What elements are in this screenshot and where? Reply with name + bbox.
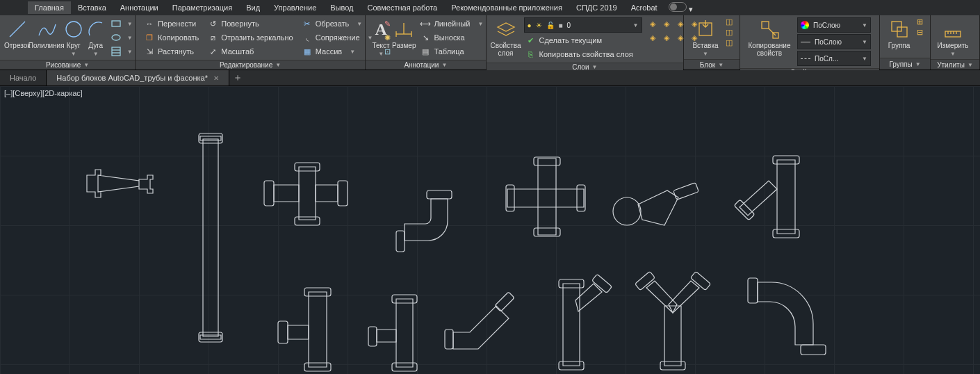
tab-manage[interactable]: Управление xyxy=(267,1,323,14)
layer-ic5[interactable]: ◈ xyxy=(646,31,659,44)
svg-rect-25 xyxy=(199,332,222,342)
ribbon: Отрезок Полилиния Круг▼ Дуга▼ xyxy=(0,15,980,70)
print-icon: ■ xyxy=(559,22,563,29)
hatch-dd[interactable]: ▼ xyxy=(124,45,136,58)
tab-insert[interactable]: Вставка xyxy=(71,1,113,14)
shape-y-branch xyxy=(535,279,605,371)
rect-dd[interactable]: ▼ xyxy=(124,17,136,30)
move-button[interactable]: ↔Перенести xyxy=(142,17,200,30)
stretch-button[interactable]: ⇲Растянуть xyxy=(142,45,200,58)
leader-icon: ↘ xyxy=(420,32,431,43)
svg-point-42 xyxy=(613,197,641,225)
arc-button[interactable]: Дуга▼ xyxy=(85,17,107,58)
panel-annotation-title[interactable]: Аннотации ▼ xyxy=(366,60,485,70)
measure-button[interactable]: Измерить▼ xyxy=(935,17,971,58)
doc-tab-start[interactable]: Начало xyxy=(0,70,47,86)
ellipse-dd[interactable]: ▼ xyxy=(124,31,136,44)
panel-groups-title[interactable]: Группы ▼ xyxy=(880,58,930,70)
panel-utils-title[interactable]: Утилиты ▼ xyxy=(931,59,979,70)
panel-block-title[interactable]: Блок ▼ xyxy=(684,59,740,70)
close-icon[interactable]: ✕ xyxy=(213,74,219,82)
rect-icon[interactable] xyxy=(110,17,122,30)
tab-collab[interactable]: Совместная работа xyxy=(361,1,445,14)
tab-parametric[interactable]: Параметризация xyxy=(165,1,239,14)
tab-spds[interactable]: СПДС 2019 xyxy=(569,1,624,14)
lock-icon: 🔓 xyxy=(546,22,555,29)
tab-view[interactable]: Вид xyxy=(239,1,267,14)
linetype-combo[interactable]: ПоСл...▼ xyxy=(797,51,871,66)
svg-rect-15 xyxy=(892,22,901,31)
panel-draw-title[interactable]: Рисование ▼ xyxy=(0,60,135,70)
array-button[interactable]: ▦Массив ▼ xyxy=(300,45,375,58)
svg-rect-34 xyxy=(427,190,452,199)
fillet-button[interactable]: ◟Сопряжение ▼ xyxy=(300,31,375,44)
svg-rect-69 xyxy=(801,345,826,355)
layer-ic1[interactable]: ◈ xyxy=(646,17,659,30)
ruler-icon xyxy=(942,18,964,40)
viewport-label[interactable]: [–][Сверху][2D-каркас] xyxy=(4,89,83,97)
doc-tab-active[interactable]: Набор блоков AutoCAD_трубы и фасонка*✕ xyxy=(47,70,229,86)
panel-utils: Измерить▼ Утилиты ▼ xyxy=(931,15,980,70)
tab-featured[interactable]: Рекомендованные приложения xyxy=(444,1,569,14)
layer-ic6[interactable]: ◈ xyxy=(660,31,673,44)
svg-rect-32 xyxy=(338,181,348,206)
svg-rect-68 xyxy=(748,278,758,303)
layer-ic2[interactable]: ◈ xyxy=(660,17,673,30)
insert-icon xyxy=(694,18,717,40)
color-combo[interactable]: ПоСлою▼ xyxy=(797,17,871,33)
shape-tee xyxy=(264,163,348,227)
leader-button[interactable]: ↘Выноска xyxy=(418,31,484,44)
shape-wye xyxy=(735,156,805,241)
shape-elbow-90 xyxy=(396,190,459,254)
linear-button[interactable]: ⟷Линейный ▼ xyxy=(418,17,484,30)
insert-block-button[interactable]: Вставка▼ xyxy=(688,17,723,58)
table-button[interactable]: ▤Таблица xyxy=(418,45,484,58)
match-props-button[interactable]: Копирование свойств xyxy=(744,17,794,57)
panel-layers: Свойства слоя ● ☀ 🔓 ■ 0 ▼ ✔Сделать текущ… xyxy=(487,15,684,70)
svg-line-0 xyxy=(10,22,25,37)
svg-rect-44 xyxy=(777,160,795,234)
lineweight-combo[interactable]: ПоСлою▼ xyxy=(797,34,871,49)
svg-rect-29 xyxy=(295,217,320,225)
tab-output[interactable]: Вывод xyxy=(323,1,360,14)
mirror-button[interactable]: ⧄Отразить зеркально xyxy=(206,31,294,44)
trim-button[interactable]: ✂Обрезать ▼ xyxy=(300,17,375,30)
move-icon: ↔ xyxy=(144,18,155,29)
copy-layer-props-button[interactable]: ⎘Копировать свойства слоя xyxy=(524,48,642,60)
copy-button[interactable]: ❐Копировать xyxy=(142,31,200,44)
block-ic2[interactable]: ◫ xyxy=(726,28,733,37)
line-button[interactable]: Отрезок xyxy=(4,17,31,49)
text-button[interactable]: A Текст▼ xyxy=(370,17,392,58)
svg-rect-33 xyxy=(316,185,338,202)
group-ic2[interactable]: ⊟ xyxy=(917,28,923,37)
group-button[interactable]: Группа xyxy=(884,17,914,49)
new-doc-button[interactable]: ＋ xyxy=(229,72,246,84)
panel-props: Копирование свойств ПоСлою▼ ПоСлою▼ ПоСл… xyxy=(740,15,880,70)
circle-button[interactable]: Круг▼ xyxy=(63,17,85,58)
make-current-button[interactable]: ✔Сделать текущим xyxy=(524,34,642,47)
block-ic3[interactable]: ◫ xyxy=(726,38,733,47)
tab-home[interactable]: Главная xyxy=(28,1,71,14)
layer-props-button[interactable]: Свойства слоя xyxy=(491,17,521,57)
panel-modify-title[interactable]: Редактирование ▼ xyxy=(136,60,365,70)
rotate-button[interactable]: ↺Повернуть xyxy=(206,17,294,30)
tab-acrobat[interactable]: Acrobat xyxy=(624,1,664,14)
svg-rect-53 xyxy=(396,299,413,367)
hatch-icon[interactable] xyxy=(110,45,122,58)
ellipse-icon[interactable] xyxy=(110,31,122,44)
group-ic1[interactable]: ⊞ xyxy=(917,17,923,26)
tab-extra[interactable]: ▾ xyxy=(664,0,697,16)
svg-rect-51 xyxy=(278,321,288,343)
svg-rect-60 xyxy=(563,284,580,366)
drawing-canvas[interactable]: [–][Сверху][2D-каркас] xyxy=(0,86,980,374)
svg-rect-31 xyxy=(274,185,299,202)
block-ic1[interactable]: ◫ xyxy=(726,17,733,26)
layer-combo[interactable]: ● ☀ 🔓 ■ 0 ▼ xyxy=(524,17,642,33)
svg-rect-43 xyxy=(673,183,699,200)
dim-button[interactable]: Размер xyxy=(392,17,416,49)
text-icon: A xyxy=(370,18,392,40)
scale-button[interactable]: ⤢Масштаб xyxy=(206,45,294,58)
svg-rect-4 xyxy=(112,47,120,56)
tab-annotate[interactable]: Аннотации xyxy=(113,1,165,14)
polyline-button[interactable]: Полилиния xyxy=(31,17,63,49)
